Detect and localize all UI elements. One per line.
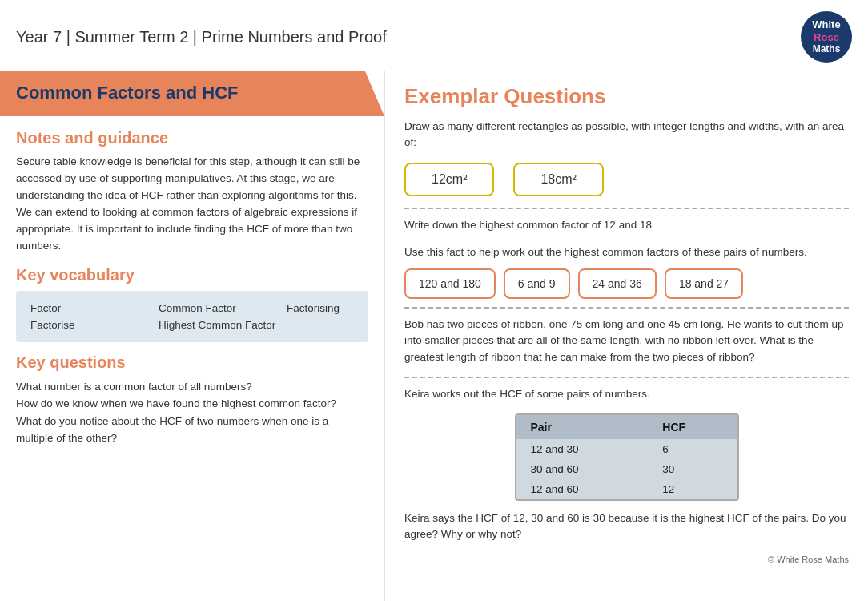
logo-white: White (812, 18, 840, 31)
table-cell-pair-3: 12 and 60 (516, 479, 649, 499)
table-row-1: 12 and 30 6 (516, 439, 737, 459)
vocabulary-box: Factor Common Factor Factorising Factori… (16, 291, 368, 342)
page-header: Year 7 | Summer Term 2 | Prime Numbers a… (0, 0, 868, 71)
q4-conclusion: Keira says the HCF of 12, 30 and 60 is 3… (404, 510, 849, 543)
notes-heading: Notes and guidance (16, 129, 368, 147)
question-3: What do you notice about the HCF of two … (16, 413, 368, 447)
left-panel-header: Common Factors and HCF (0, 71, 384, 116)
left-panel-content: Notes and guidance Secure table knowledg… (0, 116, 384, 460)
pair-120-180: 120 and 180 (404, 268, 496, 299)
table-cell-hcf-2: 30 (648, 459, 737, 479)
q2-text1: Write down the highest common factor of … (404, 217, 849, 233)
pair-18-27: 18 and 27 (665, 268, 743, 299)
table-header-hcf: HCF (648, 415, 737, 439)
vocab-factor: Factor (30, 302, 127, 314)
divider-3 (404, 377, 849, 378)
notes-text: Secure table knowledge is beneficial for… (16, 154, 368, 255)
pair-24-36: 24 and 36 (578, 268, 657, 299)
divider-2 (404, 307, 849, 309)
vocab-factorise: Factorise (30, 319, 127, 331)
pair-6-9: 6 and 9 (504, 268, 570, 299)
rect-box-12: 12cm² (404, 163, 494, 196)
wrm-logo: White Rose Maths (801, 11, 852, 63)
vocab-highest-common-factor: Highest Common Factor (159, 319, 275, 331)
vocab-row-1: Factor Common Factor Factorising (30, 302, 354, 314)
vocab-heading: Key vocabulary (16, 266, 368, 284)
page-title: Year 7 | Summer Term 2 | Prime Numbers a… (16, 28, 387, 46)
question-1: What number is a common factor of all nu… (16, 378, 368, 396)
divider-1 (404, 208, 849, 209)
table-row-3: 12 and 60 12 (516, 479, 737, 499)
vocab-row-2: Factorise Highest Common Factor (30, 319, 354, 331)
q3-text: Bob has two pieces of ribbon, one 75 cm … (404, 317, 849, 365)
question-2: How do we know when we have found the hi… (16, 395, 368, 413)
table-cell-hcf-1: 6 (648, 439, 737, 459)
table-cell-pair-2: 30 and 60 (516, 459, 649, 479)
copyright: © White Rose Maths (404, 555, 849, 564)
exemplar-title: Exemplar Questions (404, 84, 849, 109)
rectangle-boxes: 12cm² 18cm² (404, 163, 849, 196)
rect-box-18: 18cm² (513, 163, 603, 196)
q1-text: Draw as many different rectangles as pos… (404, 119, 849, 151)
main-content: Common Factors and HCF Notes and guidanc… (0, 71, 868, 601)
vocab-factorising: Factorising (287, 302, 383, 314)
left-panel-title: Common Factors and HCF (16, 83, 368, 103)
logo-rose: Rose (814, 31, 839, 44)
key-questions-heading: Key questions (16, 353, 368, 372)
key-questions-text: What number is a common factor of all nu… (16, 378, 368, 447)
left-panel: Common Factors and HCF Notes and guidanc… (0, 71, 384, 601)
pair-boxes: 120 and 180 6 and 9 24 and 36 18 and 27 (404, 268, 849, 299)
right-panel: Exemplar Questions Draw as many differen… (384, 71, 868, 601)
hcf-table: Pair HCF 12 and 30 6 30 and 60 30 12 and… (515, 413, 739, 501)
table-cell-hcf-3: 12 (648, 479, 737, 499)
q2-text2: Use this fact to help work out the highe… (404, 244, 849, 260)
table-header-pair: Pair (516, 415, 649, 439)
table-row-2: 30 and 60 30 (516, 459, 737, 479)
vocab-common-factor: Common Factor (159, 302, 255, 314)
q4-intro: Keira works out the HCF of some pairs of… (404, 386, 849, 402)
table-cell-pair-1: 12 and 30 (516, 439, 649, 459)
logo-maths: Maths (813, 43, 841, 54)
